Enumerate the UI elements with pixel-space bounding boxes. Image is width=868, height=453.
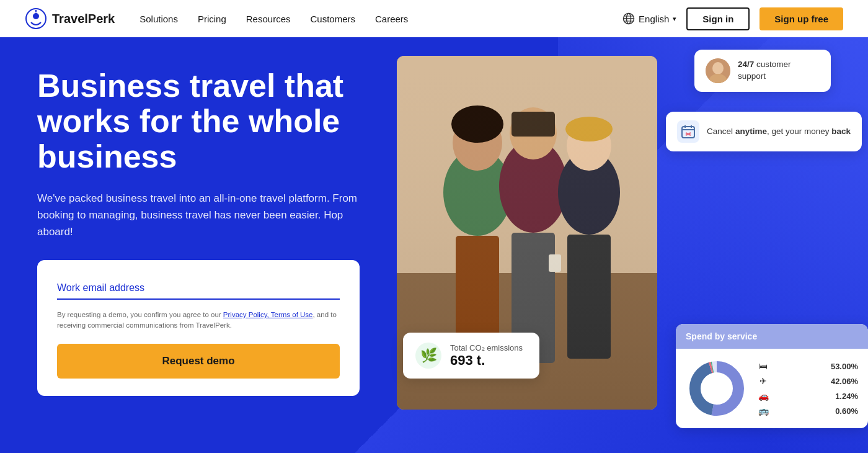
- donut-svg: [686, 357, 748, 419]
- avatar-icon: [706, 58, 730, 83]
- nav-solutions[interactable]: Solutions: [140, 14, 178, 24]
- nav-careers[interactable]: Careers: [375, 14, 408, 24]
- bus-icon: 🚌: [756, 406, 770, 416]
- globe-icon: [622, 12, 635, 25]
- hero-title: Business travel that works for the whole…: [37, 68, 360, 175]
- nav-resources[interactable]: Resources: [246, 14, 291, 24]
- logo-text: TravelPerk: [52, 12, 115, 26]
- svg-point-26: [712, 62, 724, 74]
- chevron-down-icon: ▾: [673, 15, 676, 23]
- co2-label: Total CO₂ emissions: [450, 343, 523, 352]
- support-247: 24/7: [738, 60, 754, 69]
- logo-icon: [25, 7, 47, 30]
- nav-right: English ▾ Sign in Sign up free: [622, 7, 843, 30]
- donut-chart: [686, 357, 748, 419]
- calendar-svg: [681, 125, 695, 138]
- spend-body: 🛏 53.00% ✈ 42.06% 🚗 1.24% 🚌 0.60%: [676, 349, 868, 428]
- support-card: 24/7 customersupport: [694, 50, 831, 92]
- svg-point-1: [33, 13, 39, 19]
- cancel-card: Cancel anytime, get your money back: [666, 112, 862, 151]
- nav-customers[interactable]: Customers: [310, 14, 355, 24]
- svg-rect-28: [682, 127, 694, 138]
- hero-right: 24/7 customersupport Cancel anytime, get…: [384, 37, 868, 453]
- language-selector[interactable]: English ▾: [622, 12, 676, 25]
- flight-icon: ✈: [756, 376, 770, 386]
- hotel-pct: 53.00%: [831, 362, 858, 371]
- svg-point-39: [702, 374, 732, 403]
- co2-value: 693 t.: [450, 352, 523, 369]
- legend-car: 🚗 1.24%: [756, 391, 858, 401]
- co2-info: Total CO₂ emissions 693 t.: [450, 343, 523, 369]
- support-avatar: [706, 58, 730, 83]
- demo-form-card: By requesting a demo, you confirm you ag…: [37, 260, 360, 396]
- request-demo-button[interactable]: Request demo: [57, 344, 340, 379]
- spend-header: Spend by service: [676, 324, 868, 349]
- car-pct: 1.24%: [835, 392, 858, 401]
- signin-button[interactable]: Sign in: [686, 7, 750, 30]
- nav-pricing[interactable]: Pricing: [198, 14, 226, 24]
- logo[interactable]: TravelPerk: [25, 7, 115, 30]
- email-input[interactable]: [57, 277, 340, 300]
- form-disclaimer: By requesting a demo, you confirm you ag…: [57, 310, 340, 331]
- hero-subtitle: We've packed business travel into an all…: [37, 190, 360, 241]
- back-text: back: [831, 127, 851, 136]
- cancel-text: Cancel anytime, get your money back: [707, 126, 851, 138]
- language-label: English: [639, 14, 669, 24]
- nav-links: Solutions Pricing Resources Customers Ca…: [140, 14, 622, 24]
- hero-left: Business travel that works for the whole…: [0, 37, 384, 453]
- spend-legend: 🛏 53.00% ✈ 42.06% 🚗 1.24% 🚌 0.60%: [756, 361, 858, 416]
- car-icon: 🚗: [756, 391, 770, 401]
- legend-bus: 🚌 0.60%: [756, 406, 858, 416]
- legend-hotel: 🛏 53.00%: [756, 361, 858, 371]
- leaf-icon: 🌿: [415, 343, 441, 369]
- legend-flight: ✈ 42.06%: [756, 376, 858, 386]
- bus-pct: 0.60%: [835, 406, 858, 416]
- flight-pct: 42.06%: [831, 377, 858, 386]
- privacy-policy-link[interactable]: Privacy Policy, Terms of Use: [223, 311, 313, 318]
- navbar: TravelPerk Solutions Pricing Resources C…: [0, 0, 868, 37]
- support-text: 24/7 customersupport: [738, 59, 791, 83]
- hero-section: Business travel that works for the whole…: [0, 37, 868, 453]
- co2-card: 🌿 Total CO₂ emissions 693 t.: [403, 333, 539, 379]
- signup-button[interactable]: Sign up free: [760, 7, 843, 30]
- anytime-text: anytime: [735, 127, 767, 136]
- hotel-icon: 🛏: [756, 361, 770, 371]
- calendar-icon: [677, 120, 699, 143]
- spend-card: Spend by service: [676, 324, 868, 428]
